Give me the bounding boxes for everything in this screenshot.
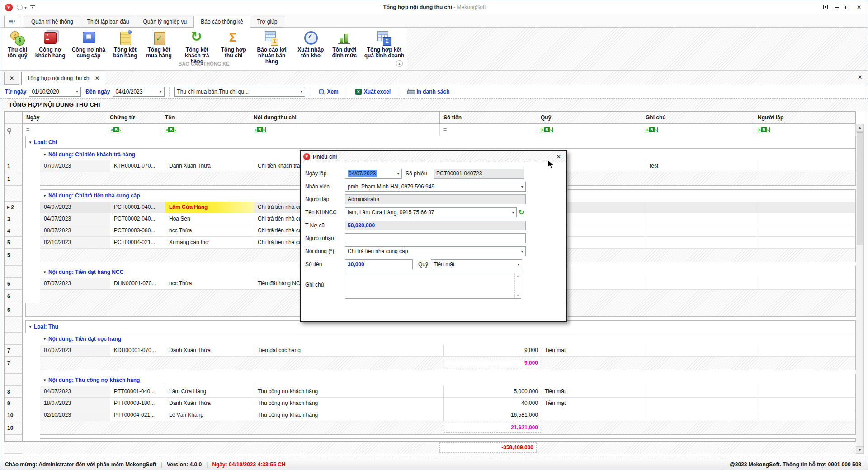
collapse-icon[interactable]: ▼ <box>43 337 47 341</box>
filter-cell-so_tien[interactable]: = <box>440 124 537 136</box>
row-indicator[interactable]: 10 <box>5 421 23 435</box>
ribbon-item[interactable]: Tổng kết mua hàng <box>142 29 176 60</box>
cell-ten[interactable]: Danh Xuân Thừa <box>165 345 254 357</box>
chevron-down-icon[interactable]: ▼ <box>395 172 401 175</box>
cell-ten[interactable]: Danh Xuân Thừa <box>165 398 254 409</box>
chevron-down-icon[interactable]: ▼ <box>519 185 525 188</box>
row-indicator[interactable]: 9 <box>5 398 23 409</box>
refresh-icon[interactable]: ↻ <box>519 208 524 216</box>
filter-cell-ghi_chu[interactable]: aBc <box>642 124 754 136</box>
tab-close-icon[interactable]: ✕ <box>95 75 99 81</box>
cell-ten[interactable]: Lâm Cửa Hàng <box>165 202 254 213</box>
type-filter-select[interactable]: Thu chi mua bán,Thu chi qu...▼ <box>174 87 305 97</box>
column-header-ngay[interactable]: Ngày <box>23 112 106 124</box>
scroll-up-icon[interactable]: ▲ <box>856 124 863 132</box>
minimize-button[interactable] <box>832 4 840 11</box>
nhan-vien-select[interactable]: pmh, Phạm Minh Hải, 0979 596 949▼ <box>345 182 526 192</box>
cell-quy[interactable] <box>541 409 646 421</box>
column-header-quy[interactable]: Quỹ <box>537 112 642 124</box>
row-indicator[interactable] <box>5 317 23 320</box>
pin-icon[interactable] <box>7 128 11 132</box>
print-list-button[interactable]: In danh sách <box>407 89 449 95</box>
tabstrip-close-button[interactable]: ✕ <box>858 74 862 80</box>
cell-noi_dung[interactable]: Tiền đặt cọc hàng <box>254 345 444 357</box>
tab-close-left-button[interactable]: ✕ <box>4 72 19 85</box>
filter-cell-chung_tu[interactable]: aBc <box>106 124 161 136</box>
cell-chung_tu[interactable]: PTT00003-180... <box>110 398 165 409</box>
cell-nguoi_lap[interactable] <box>758 202 855 213</box>
filter-cell-nguoi_lap[interactable]: aBc <box>754 124 856 136</box>
cell-ghi_chu[interactable] <box>646 345 758 357</box>
ribbon-item[interactable]: Tổng kết khách trả hàng <box>176 29 218 66</box>
ten-khncc-select[interactable]: lam, Lâm Cửa Hàng, 0915 75 66 87▼ <box>345 207 517 217</box>
cell-nguoi_lap[interactable] <box>758 278 855 290</box>
menu-tab-quản-trị-hệ-thống[interactable]: Quản trị hệ thống <box>24 16 80 28</box>
cell-ghi_chu[interactable] <box>646 278 758 290</box>
row-indicator[interactable] <box>5 136 23 148</box>
cell-nguoi_lap[interactable] <box>758 225 855 237</box>
cell-chung_tu[interactable]: PCT00004-021... <box>110 237 165 249</box>
chevron-down-icon[interactable]: ▼ <box>297 90 305 93</box>
filter-cell-ngay[interactable]: = <box>23 124 106 136</box>
column-header-so_tien[interactable]: Số tiền <box>440 112 537 124</box>
cell-chung_tu[interactable]: PTT00004-021... <box>110 409 165 421</box>
ngay-lap-input[interactable]: 04/07/2023▼ <box>345 169 402 179</box>
ribbon-item[interactable]: Tổng hợp thu chi <box>218 29 249 60</box>
row-indicator[interactable] <box>5 186 23 189</box>
row-indicator[interactable] <box>5 320 23 333</box>
collapse-icon[interactable]: ▼ <box>43 194 47 198</box>
cell-ghi_chu[interactable] <box>646 225 758 237</box>
table-row[interactable]: 707/07/2023KDH00001-070...Danh Xuân Thừa… <box>5 345 856 357</box>
nguoi-nhan-input[interactable] <box>345 233 526 243</box>
column-header-chung_tu[interactable]: Chứng từ <box>106 112 161 124</box>
collapse-icon[interactable]: ▼ <box>28 141 32 145</box>
table-row[interactable]: 918/07/2023PTT00003-180...Danh Xuân Thừa… <box>5 398 856 409</box>
row-indicator[interactable] <box>5 370 23 374</box>
from-date-input[interactable]: 01/10/2020▼ <box>29 87 81 97</box>
column-header-noi_dung[interactable]: Nội dung thu chi <box>250 112 440 124</box>
table-row[interactable]: 1002/10/2023PTT00004-021...Lê Văn KhángT… <box>5 409 856 421</box>
cell-ngay[interactable]: 02/10/2023 <box>40 237 110 249</box>
ribbon-item[interactable]: Tổng kết bán hàng <box>108 29 142 60</box>
cell-ngay[interactable]: 18/07/2023 <box>40 398 110 409</box>
chevron-down-icon[interactable]: ▼ <box>510 211 516 214</box>
row-indicator[interactable] <box>5 262 23 266</box>
row-indicator[interactable] <box>5 148 23 160</box>
collapse-icon[interactable]: ▼ <box>43 378 47 382</box>
filter-cell-noi_dung[interactable]: aBc <box>250 124 440 136</box>
cell-nguoi_lap[interactable] <box>758 345 855 357</box>
cell-ngay[interactable]: 02/10/2023 <box>40 409 110 421</box>
scrollbar-thumb[interactable] <box>857 132 863 245</box>
cell-quy[interactable]: Tiền mặt <box>541 345 646 357</box>
row-indicator[interactable]: 10 <box>5 409 23 421</box>
cell-ghi_chu[interactable] <box>646 213 758 225</box>
to-date-input[interactable]: 04/10/2023▼ <box>113 87 165 97</box>
cell-ghi_chu[interactable] <box>646 398 758 409</box>
row-indicator[interactable] <box>5 189 23 202</box>
row-indicator[interactable]: 6 <box>5 290 23 303</box>
cell-ngay[interactable]: 04/07/2023 <box>40 202 110 213</box>
column-header-nguoi_lap[interactable]: Người lập <box>754 112 856 124</box>
group-row[interactable]: ▼Loại: Thu <box>5 320 856 333</box>
cell-ngay[interactable]: 04/07/2023 <box>40 386 110 398</box>
row-indicator[interactable] <box>5 374 23 386</box>
so-tien-input[interactable]: 30,000 <box>345 259 413 269</box>
cell-so_tien[interactable]: 40,000 <box>444 398 541 409</box>
cell-ten[interactable]: Xi măng cần thơ <box>165 237 254 249</box>
menu-tab-trợ-giúp[interactable]: Trợ giúp <box>250 16 285 28</box>
row-indicator[interactable] <box>5 266 23 278</box>
chevron-down-icon[interactable]: ▼ <box>73 90 80 93</box>
cell-ngay[interactable]: 07/07/2023 <box>40 345 110 357</box>
row-indicator[interactable]: 7 <box>5 345 23 357</box>
menu-launcher-button[interactable]: ▤▼ <box>4 16 20 27</box>
menu-tab-thiết-lập-ban-đầu[interactable]: Thiết lập ban đầu <box>80 16 137 28</box>
ribbon-item[interactable]: Thu chi tồn quỹ <box>3 29 32 60</box>
ribbon-item[interactable]: Công nợ khách hàng <box>32 29 69 60</box>
row-indicator[interactable]: 8 <box>5 386 23 398</box>
cell-chung_tu[interactable]: KDH00001-070... <box>110 345 165 357</box>
dialog-title-bar[interactable]: V Phiếu chi ✕ <box>301 151 566 162</box>
menu-tab-báo-cáo-thống-kê[interactable]: Báo cáo thống kê <box>194 16 250 28</box>
row-indicator[interactable]: 5 <box>5 237 23 249</box>
fullscreen-button[interactable] <box>821 4 830 11</box>
cell-ngay[interactable]: 07/07/2023 <box>40 278 110 290</box>
